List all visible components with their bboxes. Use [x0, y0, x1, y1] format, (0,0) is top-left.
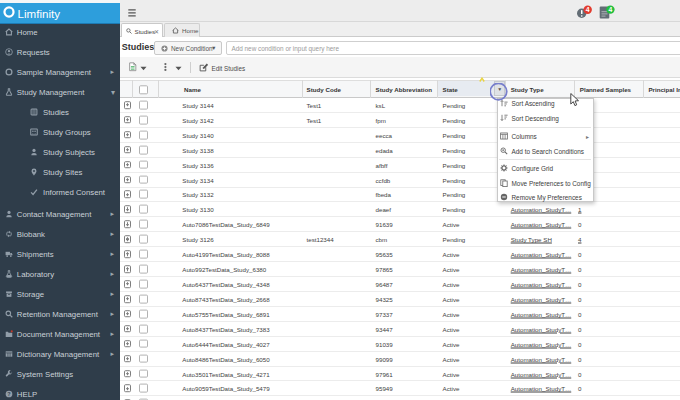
- svg-text:4: 4: [586, 6, 590, 13]
- svg-text:4: 4: [609, 6, 613, 13]
